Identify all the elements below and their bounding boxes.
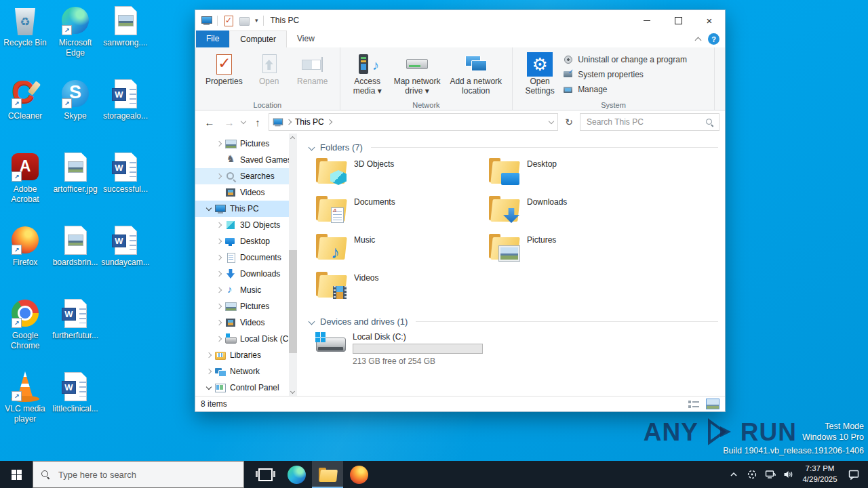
action-center-button[interactable] (842, 461, 865, 488)
folder-tile[interactable]: Music (316, 234, 489, 272)
refresh-button[interactable]: ↻ (560, 114, 578, 130)
nav-scrollbar[interactable] (289, 134, 297, 396)
nav-item[interactable]: Pictures (195, 136, 297, 152)
breadcrumb[interactable]: This PC (295, 117, 324, 127)
expand-chevron-icon[interactable] (215, 221, 224, 229)
address-box[interactable]: This PC (269, 113, 558, 131)
nav-item[interactable]: Searches (195, 168, 297, 184)
collapse-section-icon[interactable] (308, 144, 316, 151)
scrollbar-thumb[interactable] (289, 250, 297, 353)
back-button[interactable]: ← (201, 113, 218, 131)
folder-tile[interactable]: 3D Objects (316, 158, 489, 196)
up-button[interactable]: ↑ (249, 113, 267, 131)
expand-chevron-icon[interactable] (215, 172, 224, 180)
search-box[interactable] (580, 113, 719, 131)
taskbar-clock[interactable]: 7:37 PM 4/29/2025 (797, 464, 842, 485)
desktop-icon[interactable]: successful... (100, 148, 151, 221)
desktop-icon[interactable]: Microsoft Edge (50, 1, 100, 75)
maximize-button[interactable] (663, 10, 694, 30)
manage-button[interactable]: Manage (563, 82, 687, 96)
breadcrumb-separator-icon[interactable] (286, 119, 292, 125)
expand-chevron-icon[interactable] (215, 253, 224, 262)
collapse-ribbon-icon[interactable] (694, 37, 701, 42)
desktop-icon[interactable]: Google Chrome (0, 294, 50, 367)
taskbar-explorer-button[interactable] (312, 461, 343, 488)
scroll-down-icon[interactable] (289, 388, 297, 396)
volume-tray-button[interactable] (779, 461, 797, 488)
address-dropdown-icon[interactable] (548, 119, 555, 125)
recent-locations-icon[interactable] (240, 119, 247, 125)
customize-quick-access-icon[interactable]: ▾ (255, 17, 258, 24)
desktop-icon[interactable]: sanwrong.... (100, 1, 151, 75)
breadcrumb-separator-icon[interactable] (327, 119, 333, 125)
new-folder-quick-icon[interactable] (239, 16, 250, 26)
expand-chevron-icon[interactable] (215, 302, 224, 310)
nav-item[interactable]: This PC (195, 201, 297, 217)
tab-view[interactable]: View (287, 30, 325, 47)
nav-item[interactable]: Local Disk (C:) (195, 331, 297, 347)
devices-section-header[interactable]: Devices and drives (1) (308, 317, 718, 327)
nav-item[interactable]: Videos (195, 184, 297, 201)
desktop-icon[interactable]: Recycle Bin (0, 1, 50, 75)
add-network-location-button[interactable]: Add a network location (446, 51, 505, 98)
desktop-icon[interactable]: boardsbrin... (50, 221, 100, 294)
expand-chevron-icon[interactable] (205, 351, 214, 359)
folder-tile[interactable]: Videos (316, 272, 489, 310)
desktop-icon[interactable]: sundaycam... (100, 221, 151, 294)
forward-button[interactable]: → (220, 113, 238, 131)
expand-chevron-icon[interactable] (215, 270, 224, 278)
expand-chevron-icon[interactable] (215, 156, 224, 164)
folder-tile[interactable]: Pictures (489, 234, 662, 272)
desktop-icon[interactable]: Adobe Acrobat (0, 148, 50, 221)
details-view-icon[interactable] (688, 399, 699, 409)
nav-item[interactable]: Videos (195, 314, 297, 331)
expand-chevron-icon[interactable] (205, 367, 214, 375)
expand-chevron-icon[interactable] (215, 319, 224, 327)
search-input[interactable] (585, 117, 705, 127)
taskbar-edge-button[interactable] (281, 461, 312, 488)
expand-chevron-icon[interactable] (215, 140, 224, 148)
system-properties-button[interactable]: System properties (563, 67, 687, 81)
nav-item[interactable]: Control Panel (195, 380, 297, 396)
desktop-icon[interactable]: artofficer.jpg (50, 148, 100, 221)
task-view-button[interactable] (250, 461, 281, 488)
folder-tile[interactable]: Downloads (489, 196, 662, 234)
nav-item[interactable]: Saved Games (195, 152, 297, 168)
desktop-icon[interactable]: CCleaner (0, 75, 50, 148)
nav-item[interactable]: 3D Objects (195, 217, 297, 233)
tray-expand-button[interactable] (724, 461, 743, 488)
collapse-section-icon[interactable] (308, 319, 316, 325)
expand-chevron-icon[interactable] (215, 237, 224, 245)
nav-item[interactable]: Pictures (195, 298, 297, 314)
folders-section-header[interactable]: Folders (7) (308, 142, 718, 152)
desktop-icon[interactable]: Firefox (0, 221, 50, 294)
expand-chevron-icon[interactable] (215, 286, 224, 294)
taskbar-search[interactable] (33, 461, 244, 488)
drive-tile[interactable]: Local Disk (C:) 213 GB free of 254 GB (315, 332, 718, 366)
properties-button[interactable]: Properties (202, 51, 246, 88)
desktop-icon[interactable]: Skype (50, 75, 100, 148)
tab-computer[interactable]: Computer (229, 30, 287, 47)
taskbar-search-input[interactable] (57, 469, 236, 481)
uninstall-program-button[interactable]: Uninstall or change a program (563, 52, 687, 66)
network-tray-button[interactable] (761, 461, 779, 488)
nav-item[interactable]: Desktop (195, 233, 297, 249)
nav-item[interactable]: Music (195, 282, 297, 298)
nav-item[interactable]: Documents (195, 249, 297, 266)
desktop-icon[interactable]: storagealo... (100, 75, 151, 148)
close-button[interactable]: × (694, 10, 725, 30)
nav-item[interactable]: Network (195, 363, 297, 380)
tray-agent-button[interactable] (743, 461, 761, 488)
minimize-button[interactable] (631, 10, 663, 30)
properties-quick-icon[interactable] (222, 16, 234, 26)
taskbar-firefox-button[interactable] (343, 461, 374, 488)
expand-chevron-icon[interactable] (215, 188, 224, 197)
rename-button[interactable]: Rename (292, 51, 333, 88)
help-icon[interactable]: ? (708, 33, 719, 45)
tab-file[interactable]: File (196, 30, 229, 47)
scroll-up-icon[interactable] (289, 134, 297, 142)
expand-chevron-icon[interactable] (205, 205, 214, 213)
nav-item[interactable]: Libraries (195, 347, 297, 363)
expand-chevron-icon[interactable] (215, 335, 224, 343)
nav-item[interactable]: Downloads (195, 266, 297, 282)
